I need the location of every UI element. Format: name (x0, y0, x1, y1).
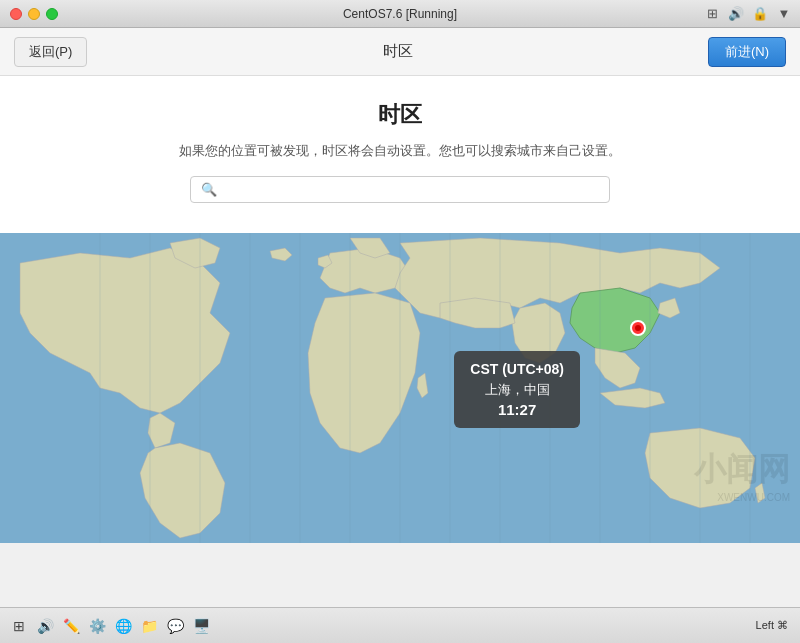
maximize-button[interactable] (46, 8, 58, 20)
world-map-svg (0, 233, 800, 543)
taskbar-left: ⊞ 🔊 ✏️ ⚙️ 🌐 📁 💬 🖥️ (8, 615, 212, 637)
taskbar-keyboard-label: Left ⌘ (752, 619, 792, 632)
settings-icon: 🔒 (752, 6, 768, 22)
watermark-text-large: 小闻网 (694, 448, 790, 492)
taskbar-icon-4[interactable]: ⚙️ (86, 615, 108, 637)
title-bar-icons: ⊞ 🔊 🔒 ▼ (704, 6, 792, 22)
svg-point-16 (635, 325, 641, 331)
search-box: 🔍 (190, 176, 610, 203)
traffic-lights (10, 8, 58, 20)
search-icon: 🔍 (201, 182, 217, 197)
search-input[interactable] (223, 182, 599, 197)
page-title: 时区 (60, 100, 740, 130)
taskbar: ⊞ 🔊 ✏️ ⚙️ 🌐 📁 💬 🖥️ Left ⌘ (0, 607, 800, 643)
taskbar-right: Left ⌘ (752, 619, 792, 632)
nav-bar: 返回(P) 时区 前进(N) (0, 28, 800, 76)
map-container[interactable]: CST (UTC+08) 上海，中国 11:27 小闻网 XWENWU.COM (0, 233, 800, 543)
page-subtitle: 如果您的位置可被发现，时区将会自动设置。您也可以搜索城市来自己设置。 (60, 142, 740, 160)
back-button[interactable]: 返回(P) (14, 37, 87, 67)
taskbar-icon-5[interactable]: 🌐 (112, 615, 134, 637)
taskbar-icon-2[interactable]: 🔊 (34, 615, 56, 637)
content-area: 时区 如果您的位置可被发现，时区将会自动设置。您也可以搜索城市来自己设置。 🔍 (0, 76, 800, 233)
search-container: 🔍 (60, 176, 740, 203)
speaker-icon: 🔊 (728, 6, 744, 22)
window-title: CentOS7.6 [Running] (343, 7, 457, 21)
timezone-time: 11:27 (470, 401, 564, 418)
minimize-button[interactable] (28, 8, 40, 20)
taskbar-icon-1[interactable]: ⊞ (8, 615, 30, 637)
taskbar-icon-8[interactable]: 🖥️ (190, 615, 212, 637)
taskbar-icon-7[interactable]: 💬 (164, 615, 186, 637)
timezone-city: 上海，中国 (470, 381, 564, 399)
title-bar: CentOS7.6 [Running] ⊞ 🔊 🔒 ▼ (0, 0, 800, 28)
timezone-name: CST (UTC+08) (470, 361, 564, 377)
forward-button[interactable]: 前进(N) (708, 37, 786, 67)
chevron-down-icon[interactable]: ▼ (776, 6, 792, 22)
watermark-text-small: XWENWU.COM (694, 492, 790, 503)
network-icon: ⊞ (704, 6, 720, 22)
taskbar-icon-6[interactable]: 📁 (138, 615, 160, 637)
timezone-popup: CST (UTC+08) 上海，中国 11:27 (454, 351, 580, 428)
nav-title: 时区 (383, 42, 413, 61)
watermark: 小闻网 XWENWU.COM (694, 448, 790, 503)
taskbar-icon-3[interactable]: ✏️ (60, 615, 82, 637)
close-button[interactable] (10, 8, 22, 20)
